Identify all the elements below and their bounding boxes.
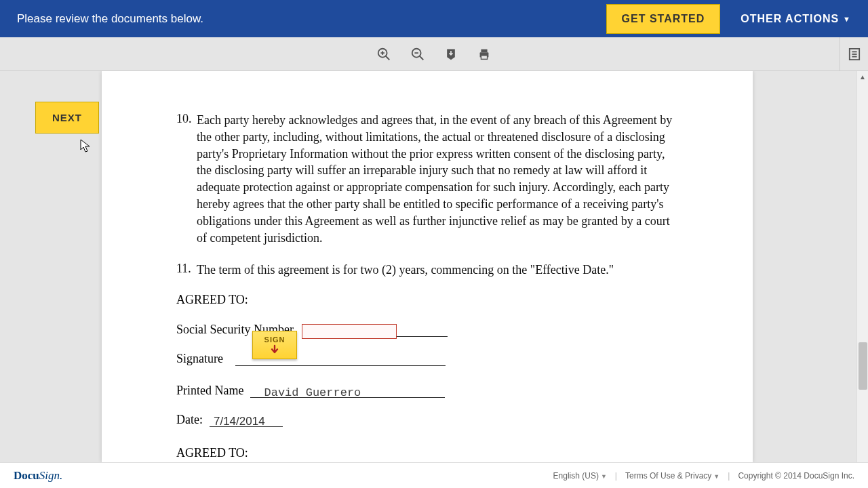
signature-label: Signature	[176, 352, 223, 366]
date-row: Date: 7/14/2014	[176, 413, 678, 427]
next-button[interactable]: NEXT	[35, 102, 99, 134]
print-icon[interactable]	[477, 47, 492, 62]
get-started-button[interactable]: GET STARTED	[606, 4, 721, 34]
document-page: 10. Each party hereby acknowledges and a…	[102, 71, 753, 462]
svg-line-1	[386, 56, 390, 60]
printed-name-label: Printed Name	[176, 384, 243, 398]
arrow-down-icon	[269, 344, 280, 355]
printed-name-line: David Guerrero	[250, 384, 445, 398]
printed-name-value: David Guerrero	[250, 386, 361, 399]
review-message: Please review the documents below.	[17, 12, 606, 26]
svg-line-5	[420, 56, 424, 60]
ssn-input[interactable]	[302, 324, 397, 339]
caret-down-icon: ▼	[843, 15, 851, 23]
thumbnails-panel-icon[interactable]	[840, 37, 868, 71]
separator: |	[615, 471, 617, 481]
ssn-row: Social Security Number	[176, 322, 678, 337]
agreed-to-heading: AGREED TO:	[176, 293, 678, 307]
document-workspace: NEXT 10. Each party hereby acknowledges …	[0, 71, 868, 462]
signature-row: Signature SIGN	[176, 352, 678, 366]
language-selector[interactable]: English (US)▼	[553, 471, 607, 481]
date-value: 7/14/2014	[210, 415, 265, 426]
footer: DocuSign. English (US)▼ | Terms Of Use &…	[0, 462, 868, 488]
date-label: Date:	[176, 413, 203, 427]
other-actions-label: OTHER ACTIONS	[741, 13, 839, 25]
clause-number: 11.	[176, 262, 197, 279]
terms-link[interactable]: Terms Of Use & Privacy▼	[625, 471, 719, 481]
scrollbar-thumb[interactable]	[859, 342, 867, 390]
separator: |	[728, 471, 730, 481]
docusign-logo: DocuSign.	[14, 469, 62, 483]
zoom-in-icon[interactable]	[376, 47, 391, 62]
clause-text: Each party hereby acknowledges and agree…	[197, 112, 678, 247]
scrollbar[interactable]: ▲	[856, 71, 868, 462]
footer-links: English (US)▼ | Terms Of Use & Privacy▼ …	[553, 471, 854, 481]
copyright-text: Copyright © 2014 DocuSign Inc.	[738, 471, 854, 481]
svg-rect-9	[481, 55, 487, 59]
cursor-icon	[80, 139, 91, 154]
date-line: 7/14/2014	[210, 413, 283, 427]
scroll-up-icon[interactable]: ▲	[857, 71, 868, 82]
clause-11: 11. The term of this agreement is for tw…	[176, 262, 678, 279]
agreed-to-heading-2: AGREED TO:	[176, 446, 678, 460]
sign-tag-label: SIGN	[264, 336, 285, 344]
download-icon[interactable]	[444, 47, 458, 61]
svg-rect-8	[481, 49, 487, 52]
other-actions-button[interactable]: OTHER ACTIONS ▼	[741, 13, 851, 25]
printed-name-row: Printed Name David Guerrero	[176, 384, 678, 398]
field-line	[396, 323, 448, 337]
top-bar: Please review the documents below. GET S…	[0, 0, 868, 37]
sign-here-tag[interactable]: SIGN	[252, 331, 297, 359]
clause-10: 10. Each party hereby acknowledges and a…	[176, 112, 678, 247]
document-toolbar	[0, 37, 868, 71]
clause-text: The term of this agreement is for two (2…	[197, 262, 678, 279]
clause-number: 10.	[176, 112, 197, 247]
zoom-out-icon[interactable]	[410, 47, 425, 62]
